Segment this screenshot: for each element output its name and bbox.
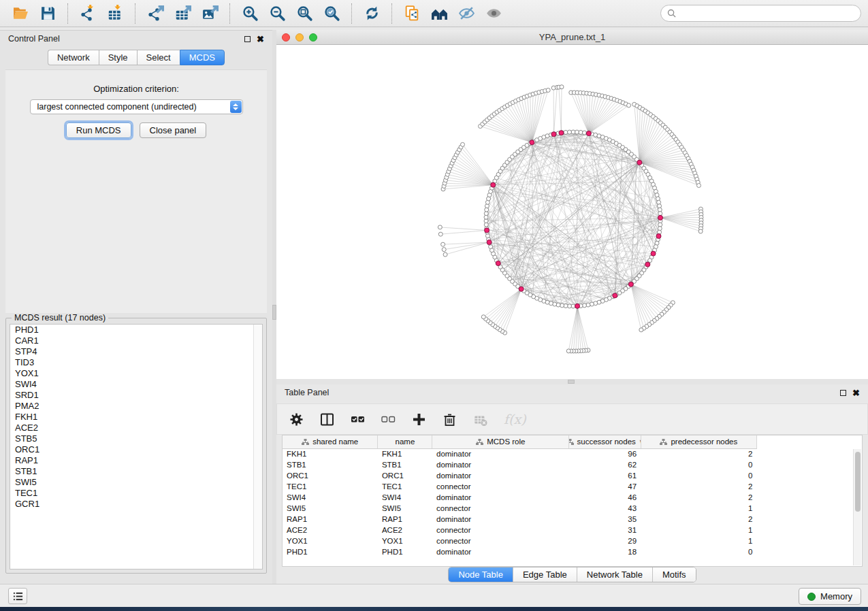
cell-successor-nodes[interactable]: 47 bbox=[569, 481, 641, 492]
cell-MCDS-role[interactable]: connector bbox=[432, 535, 569, 546]
search-input[interactable] bbox=[680, 9, 854, 18]
cell-MCDS-role[interactable]: connector bbox=[432, 525, 569, 535]
table-scrollbar[interactable] bbox=[853, 449, 861, 565]
refresh-button[interactable] bbox=[361, 4, 382, 23]
cell-predecessor-nodes[interactable]: 1 bbox=[641, 525, 756, 535]
cell-MCDS-role[interactable]: connector bbox=[432, 481, 569, 492]
mcds-result-list[interactable]: PHD1CAR1STP4TID3YOX1SWI4SRD1PMA2FKH1ACE2… bbox=[10, 324, 263, 569]
cell-shared-name[interactable]: PHD1 bbox=[283, 546, 378, 557]
mcds-hub-node[interactable] bbox=[530, 140, 534, 145]
cell-name[interactable]: SWI5 bbox=[378, 503, 432, 514]
mcds-hub-node[interactable] bbox=[491, 182, 496, 187]
cell-predecessor-nodes[interactable]: 2 bbox=[641, 514, 756, 525]
criterion-dropdown[interactable]: largest connected component (undirected) bbox=[30, 99, 243, 114]
cell-successor-nodes[interactable]: 29 bbox=[569, 535, 641, 546]
mcds-hub-node[interactable] bbox=[487, 240, 492, 244]
export-table-button[interactable] bbox=[172, 4, 193, 23]
delete-column-button[interactable] bbox=[443, 412, 457, 427]
mcds-hub-node[interactable] bbox=[651, 251, 656, 256]
table-row[interactable]: SWI5SWI5connector431 bbox=[283, 503, 757, 514]
cell-predecessor-nodes[interactable]: 0 bbox=[641, 459, 756, 470]
table-row[interactable]: RAP1RAP1dominator352 bbox=[283, 514, 757, 525]
leaf-node[interactable] bbox=[627, 103, 631, 108]
table-row[interactable]: ORC1ORC1dominator610 bbox=[283, 470, 757, 481]
table-row[interactable]: TEC1TEC1connector472 bbox=[283, 481, 757, 492]
result-node-item[interactable]: SWI5 bbox=[10, 477, 262, 488]
table-tab-edge-table[interactable]: Edge Table bbox=[513, 567, 577, 582]
mcds-hub-node[interactable] bbox=[559, 131, 564, 135]
show-columns-button[interactable] bbox=[320, 412, 334, 427]
result-node-item[interactable]: STP4 bbox=[10, 346, 262, 357]
column-header-shared-name[interactable]: shared name bbox=[283, 435, 378, 448]
first-neighbors-button[interactable] bbox=[429, 4, 449, 23]
result-node-item[interactable]: ACE2 bbox=[10, 423, 262, 433]
mcds-hub-node[interactable] bbox=[519, 286, 524, 291]
zoom-selected-button[interactable] bbox=[321, 4, 342, 23]
leaf-node[interactable] bbox=[461, 142, 465, 146]
leaf-node[interactable] bbox=[443, 252, 447, 257]
open-file-button[interactable] bbox=[10, 4, 31, 23]
result-node-item[interactable]: SRD1 bbox=[10, 390, 262, 401]
result-node-item[interactable]: STB1 bbox=[10, 466, 262, 477]
cell-name[interactable]: STB1 bbox=[378, 459, 432, 470]
cell-name[interactable]: PHD1 bbox=[378, 546, 432, 557]
mcds-hub-node[interactable] bbox=[613, 293, 617, 298]
table-row[interactable]: FKH1FKH1dominator962 bbox=[283, 448, 757, 459]
result-node-item[interactable]: CAR1 bbox=[10, 335, 262, 346]
cell-successor-nodes[interactable]: 35 bbox=[569, 514, 641, 525]
cell-name[interactable]: TEC1 bbox=[378, 481, 432, 492]
table-tab-motifs[interactable]: Motifs bbox=[653, 567, 696, 582]
close-table-panel-icon[interactable]: ✖ bbox=[852, 390, 860, 396]
ring-node[interactable] bbox=[567, 130, 571, 134]
result-node-item[interactable]: SWI4 bbox=[10, 379, 262, 390]
deselect-all-button[interactable] bbox=[381, 412, 396, 427]
leaf-node[interactable] bbox=[442, 248, 446, 252]
result-node-item[interactable]: TID3 bbox=[10, 357, 262, 368]
mcds-hub-node[interactable] bbox=[628, 282, 633, 286]
result-node-item[interactable]: PMA2 bbox=[10, 401, 262, 412]
cell-predecessor-nodes[interactable]: 1 bbox=[641, 535, 756, 546]
leaf-node[interactable] bbox=[546, 88, 550, 93]
leaf-node[interactable] bbox=[639, 328, 643, 332]
close-panel-button[interactable]: Close panel bbox=[140, 122, 207, 138]
cell-predecessor-nodes[interactable]: 2 bbox=[641, 448, 756, 459]
cell-MCDS-role[interactable]: dominator bbox=[432, 448, 569, 459]
cell-shared-name[interactable]: FKH1 bbox=[283, 448, 378, 459]
column-header-MCDS-role[interactable]: MCDS role bbox=[432, 435, 569, 448]
zoom-fit-button[interactable] bbox=[294, 4, 315, 23]
table-row[interactable]: STB1STB1dominator620 bbox=[283, 459, 757, 470]
result-node-item[interactable]: YOX1 bbox=[10, 368, 262, 379]
run-mcds-button[interactable]: Run MCDS bbox=[66, 122, 131, 138]
cell-predecessor-nodes[interactable]: 0 bbox=[641, 546, 756, 557]
network-titlebar[interactable]: YPA_prune.txt_1 bbox=[276, 30, 868, 45]
close-panel-icon[interactable]: ✖ bbox=[257, 36, 264, 42]
float-panel-icon[interactable] bbox=[244, 36, 251, 42]
cell-shared-name[interactable]: ACE2 bbox=[283, 525, 378, 535]
import-network-button[interactable] bbox=[78, 4, 98, 23]
tab-select[interactable]: Select bbox=[137, 50, 180, 65]
result-list-scrollbar[interactable] bbox=[253, 325, 262, 569]
tab-network[interactable]: Network bbox=[48, 50, 99, 65]
mcds-hub-node[interactable] bbox=[637, 160, 642, 165]
show-all-button[interactable] bbox=[483, 4, 504, 23]
cell-shared-name[interactable]: STB1 bbox=[283, 459, 378, 470]
cell-successor-nodes[interactable]: 31 bbox=[569, 525, 641, 535]
horizontal-splitter-grip[interactable] bbox=[568, 380, 575, 384]
add-column-button[interactable] bbox=[412, 412, 426, 427]
cell-shared-name[interactable]: SWI5 bbox=[283, 503, 378, 514]
export-image-button[interactable] bbox=[199, 4, 220, 23]
zoom-out-button[interactable] bbox=[267, 4, 287, 23]
table-row[interactable]: ACE2ACE2connector311 bbox=[283, 525, 757, 535]
table-scrollbar-thumb[interactable] bbox=[855, 452, 861, 512]
cell-name[interactable]: ORC1 bbox=[378, 470, 432, 481]
cell-shared-name[interactable]: SWI4 bbox=[283, 492, 378, 503]
result-node-item[interactable]: GCR1 bbox=[10, 499, 262, 510]
mcds-hub-node[interactable] bbox=[658, 215, 662, 220]
leaf-node[interactable] bbox=[698, 229, 703, 233]
cell-MCDS-role[interactable]: dominator bbox=[432, 492, 569, 503]
leaf-node[interactable] bbox=[438, 232, 443, 236]
settings-gear-button[interactable] bbox=[289, 412, 304, 427]
result-node-item[interactable]: FKH1 bbox=[10, 412, 262, 423]
cell-shared-name[interactable]: TEC1 bbox=[283, 481, 378, 492]
result-node-item[interactable]: STB5 bbox=[10, 433, 262, 444]
